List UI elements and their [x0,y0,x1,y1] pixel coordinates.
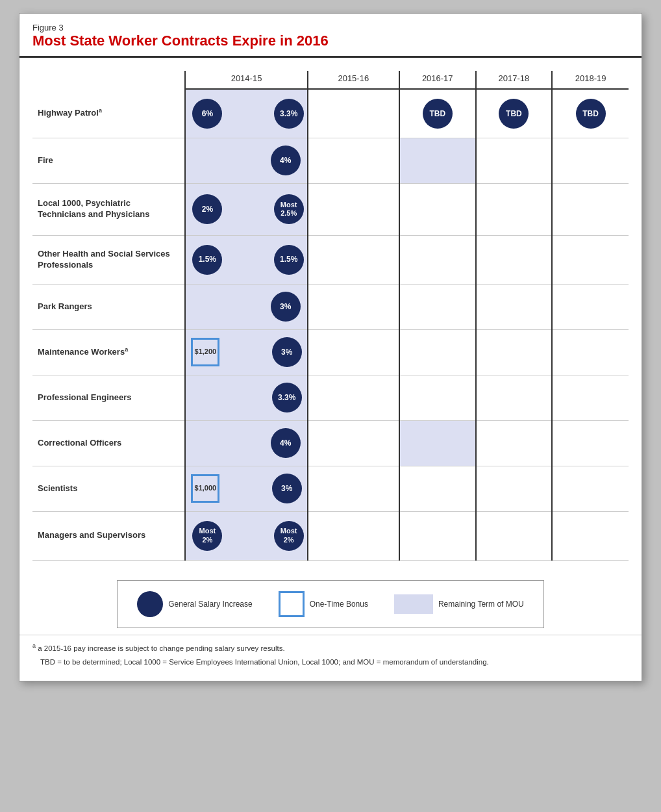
badge-mgr-most2a: Most2% [192,521,222,551]
badge-highway-tbd3: TBD [576,99,606,129]
figure-label: Figure 3 [32,23,629,32]
badge-corr-4pct: 4% [271,428,301,458]
cell-corr-2018 [552,420,629,466]
cell-fire-2014: 4% [185,138,307,183]
footnote-tbd: TBD = to be determined; Local 1000 = Ser… [32,657,629,668]
cell-eng-2017 [476,375,553,420]
footnote-sup-a: a [32,642,36,649]
cell-park-2014: 3% [185,284,307,329]
table-row: Fire 4% [32,138,629,183]
cell-fire-2017 [476,138,553,183]
badge-local-2pct: 2% [192,194,222,224]
cell-corr-2015 [308,420,399,466]
table-row: Highway Patrola 6% 3.3% TBD TBD [32,89,629,138]
badge-maint-3pct: 3% [272,337,302,367]
cell-mgr-2015 [308,511,399,560]
legend-circle-label: General Salary Increase [168,600,252,609]
cell-other-2015 [308,235,399,284]
chart-table: 2014-15 2015-16 2016-17 2017-18 2018-19 … [32,71,629,561]
legend-rect-icon [394,594,433,614]
badge-other-1-5a: 1.5% [192,245,222,275]
cell-mgr-2018 [552,511,629,560]
cell-park-2016 [399,284,476,329]
cell-other-2018 [552,235,629,284]
cell-highway-2014: 6% 3.3% [185,89,307,138]
cell-mgr-2016 [399,511,476,560]
legend-box: General Salary Increase One-Time Bonus R… [117,580,544,628]
legend-circle-item: General Salary Increase [137,591,252,617]
row-label-fire: Fire [32,138,185,183]
legend-circle-icon [137,591,163,617]
cell-mgr-2014: Most2% Most2% [185,511,307,560]
badge-highway-3-3pct: 3.3% [274,99,304,129]
col-header-2018: 2018-19 [552,71,629,89]
badge-eng-3-3pct: 3.3% [272,383,302,412]
table-row: Scientists $1,000 3% [32,466,629,511]
figure-title: Most State Worker Contracts Expire in 20… [32,32,629,49]
cell-eng-2015 [308,375,399,420]
cell-sci-2018 [552,466,629,511]
badge-highway-tbd2: TBD [499,99,529,129]
cell-highway-2018: TBD [552,89,629,138]
cell-fire-2016 [399,138,476,183]
cell-maint-2016 [399,329,476,375]
col-header-2015: 2015-16 [308,71,399,89]
cell-highway-2015 [308,89,399,138]
cell-eng-2016 [399,375,476,420]
cell-sci-2015 [308,466,399,511]
row-label-highway: Highway Patrola [32,89,185,138]
cell-highway-2016: TBD [399,89,476,138]
badge-local-most2-5: Most2.5% [274,194,304,224]
col-header-2016: 2016-17 [399,71,476,89]
figure-header: Figure 3 Most State Worker Contracts Exp… [19,14,642,58]
legend-rect-label: Remaining Term of MOU [438,600,524,609]
legend-square-label: One-Time Bonus [310,600,368,609]
table-row: Maintenance Workersa $1,200 3% [32,329,629,375]
cell-maint-2015 [308,329,399,375]
cell-highway-2017: TBD [476,89,553,138]
cell-other-2016 [399,235,476,284]
table-row: Park Rangers 3% [32,284,629,329]
cell-mgr-2017 [476,511,553,560]
table-row: Correctional Officers 4% [32,420,629,466]
header-row: 2014-15 2015-16 2016-17 2017-18 2018-19 [32,71,629,89]
cell-corr-2016 [399,420,476,466]
sup-a2: a [125,346,128,353]
badge-sci-3pct: 3% [272,474,302,503]
cell-eng-2018 [552,375,629,420]
row-label-corr: Correctional Officers [32,420,185,466]
legend-area: General Salary Increase One-Time Bonus R… [19,567,642,635]
cell-corr-2017 [476,420,553,466]
row-label-mgr: Managers and Supervisors [32,511,185,560]
page: Figure 3 Most State Worker Contracts Exp… [19,13,642,681]
col-header-label [32,71,185,89]
cell-other-2014: 1.5% 1.5% [185,235,307,284]
cell-local-2015 [308,183,399,235]
badge-park-3pct: 3% [271,292,301,322]
row-label-eng: Professional Engineers [32,375,185,420]
legend-square-icon [279,591,305,617]
table-row: Professional Engineers 3.3% [32,375,629,420]
cell-fire-2018 [552,138,629,183]
row-label-sci: Scientists [32,466,185,511]
badge-fire-4pct: 4% [271,146,301,175]
col-header-2017: 2017-18 [476,71,553,89]
badge-mgr-most2b: Most2% [274,521,304,551]
row-label-local: Local 1000, Psychiatric Technicians and … [32,183,185,235]
cell-eng-2014: 3.3% [185,375,307,420]
cell-park-2015 [308,284,399,329]
legend-rect-item: Remaining Term of MOU [394,594,524,614]
cell-maint-2014: $1,200 3% [185,329,307,375]
cell-local-2017 [476,183,553,235]
cell-maint-2017 [476,329,553,375]
cell-park-2018 [552,284,629,329]
cell-maint-2018 [552,329,629,375]
cell-sci-2016 [399,466,476,511]
footnote-a: a a 2015-16 pay increase is subject to c… [32,642,629,654]
cell-sci-2017 [476,466,553,511]
col-header-2014: 2014-15 [185,71,307,89]
table-row: Local 1000, Psychiatric Technicians and … [32,183,629,235]
row-label-other: Other Health and Social Services Profess… [32,235,185,284]
cell-local-2018 [552,183,629,235]
cell-local-2016 [399,183,476,235]
